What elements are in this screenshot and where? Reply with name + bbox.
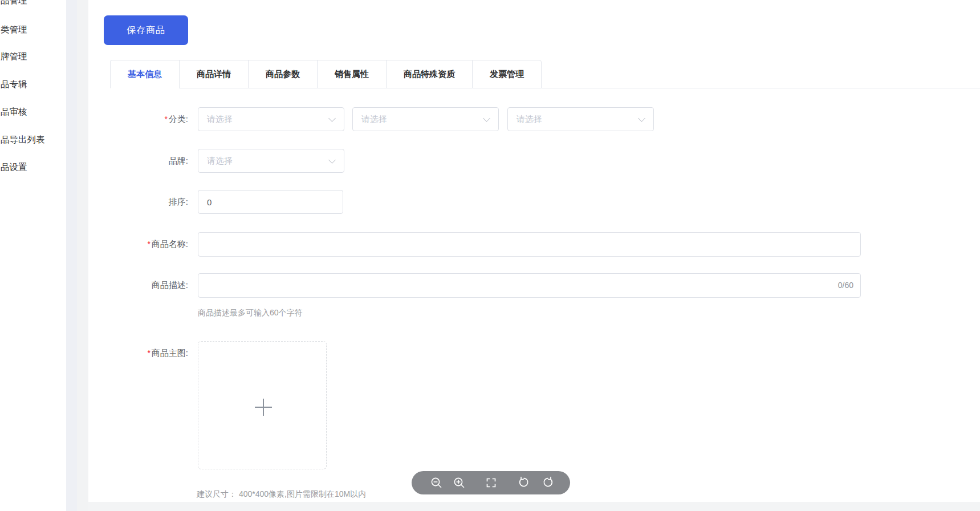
content-gap — [77, 0, 88, 511]
product-name-label: *商品名称: — [97, 232, 188, 256]
product-name-field — [198, 232, 861, 257]
product-edit-page: 品管理 类管理 牌管理 品专辑 品审核 品导出列表 品设置 保存商品 基本信息 … — [0, 0, 980, 511]
sidebar-item[interactable]: 类管理 — [1, 23, 27, 35]
tab-product-params[interactable]: 商品参数 — [248, 60, 317, 88]
rotate-left-icon[interactable] — [517, 476, 530, 489]
tab-basic-info[interactable]: 基本信息 — [110, 60, 179, 88]
sidebar-item[interactable]: 品专辑 — [1, 78, 27, 90]
tab-bar: 基本信息 商品详情 商品参数 销售属性 商品特殊资质 发票管理 — [110, 60, 542, 88]
required-asterisk: * — [164, 115, 167, 124]
tab-sale-attrs[interactable]: 销售属性 — [317, 60, 386, 88]
required-asterisk: * — [147, 240, 150, 249]
sidebar-item[interactable]: 品导出列表 — [1, 133, 45, 145]
sort-field — [198, 190, 343, 214]
image-viewer-toolbar — [412, 471, 570, 494]
desc-hint: 商品描述最多可输入60个字符 — [198, 308, 303, 318]
product-desc-field: 0/60 — [198, 273, 861, 298]
sidebar-item[interactable]: 品设置 — [1, 161, 27, 173]
sidebar: 品管理 类管理 牌管理 品专辑 品审核 品导出列表 品设置 — [0, 0, 66, 511]
sidebar-item[interactable]: 品管理 — [1, 0, 27, 6]
brand-select[interactable]: 请选择 — [198, 149, 344, 173]
main-image-upload[interactable] — [198, 341, 327, 469]
page-background-strip — [88, 502, 980, 511]
sidebar-item[interactable]: 品审核 — [1, 106, 27, 117]
category-select-level1[interactable]: 请选择 — [198, 107, 344, 131]
brand-label: *品牌: — [97, 149, 188, 173]
product-name-input[interactable] — [198, 232, 861, 257]
sidebar-item[interactable]: 牌管理 — [1, 50, 27, 62]
sidebar-gap — [66, 0, 77, 511]
category-label: *分类: — [97, 107, 188, 131]
zoom-out-icon[interactable] — [430, 476, 443, 489]
chevron-down-icon — [483, 115, 490, 122]
tab-special-quals[interactable]: 商品特殊资质 — [386, 60, 472, 88]
category-select-level3[interactable]: 请选择 — [507, 107, 654, 131]
category-select-level2[interactable]: 请选择 — [352, 107, 499, 131]
sort-input[interactable] — [198, 190, 343, 214]
save-product-button[interactable]: 保存商品 — [104, 15, 188, 45]
rotate-right-icon[interactable] — [542, 476, 555, 489]
required-asterisk: * — [147, 348, 150, 358]
chevron-down-icon — [328, 115, 336, 122]
zoom-in-icon[interactable] — [453, 476, 466, 489]
upload-hint: 建议尺寸： 400*400像素,图片需限制在10M以内 — [197, 489, 366, 500]
sort-label: *排序: — [97, 190, 188, 214]
chevron-down-icon — [638, 115, 645, 122]
tab-invoice-mgmt[interactable]: 发票管理 — [472, 60, 542, 88]
product-desc-input[interactable] — [198, 273, 861, 298]
tab-product-detail[interactable]: 商品详情 — [179, 60, 248, 88]
plus-icon — [255, 399, 272, 416]
chevron-down-icon — [328, 156, 336, 164]
char-counter: 0/60 — [838, 273, 853, 298]
fullscreen-icon[interactable] — [485, 476, 498, 489]
product-desc-label: *商品描述: — [97, 273, 188, 297]
main-image-label: *商品主图: — [97, 341, 188, 365]
